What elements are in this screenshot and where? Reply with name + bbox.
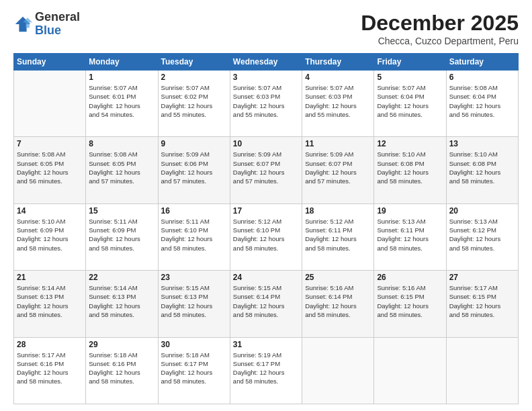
table-row: 30Sunrise: 5:18 AM Sunset: 6:17 PM Dayli…	[158, 337, 230, 404]
day-info: Sunrise: 5:16 AM Sunset: 6:14 PM Dayligh…	[305, 283, 371, 319]
table-row: 14Sunrise: 5:10 AM Sunset: 6:09 PM Dayli…	[14, 203, 86, 270]
col-header-saturday: Saturday	[446, 54, 518, 71]
table-row: 2Sunrise: 5:07 AM Sunset: 6:02 PM Daylig…	[158, 71, 230, 137]
day-info: Sunrise: 5:17 AM Sunset: 6:16 PM Dayligh…	[17, 351, 83, 386]
day-number: 12	[377, 139, 443, 148]
calendar-header-row: SundayMondayTuesdayWednesdayThursdayFrid…	[14, 54, 519, 71]
day-info: Sunrise: 5:15 AM Sunset: 6:13 PM Dayligh…	[161, 283, 227, 319]
table-row: 16Sunrise: 5:11 AM Sunset: 6:10 PM Dayli…	[158, 203, 230, 270]
col-header-thursday: Thursday	[302, 54, 374, 71]
table-row: 28Sunrise: 5:17 AM Sunset: 6:16 PM Dayli…	[14, 337, 86, 404]
day-number: 13	[449, 139, 515, 148]
table-row	[374, 337, 446, 404]
col-header-sunday: Sunday	[14, 54, 86, 71]
day-number: 11	[305, 139, 371, 148]
day-info: Sunrise: 5:17 AM Sunset: 6:15 PM Dayligh…	[449, 283, 515, 319]
day-number: 17	[233, 206, 299, 216]
day-info: Sunrise: 5:13 AM Sunset: 6:11 PM Dayligh…	[377, 217, 443, 253]
table-row: 6Sunrise: 5:08 AM Sunset: 6:04 PM Daylig…	[446, 71, 518, 137]
day-info: Sunrise: 5:09 AM Sunset: 6:07 PM Dayligh…	[305, 150, 371, 185]
table-row: 3Sunrise: 5:07 AM Sunset: 6:03 PM Daylig…	[230, 71, 302, 137]
subtitle: Checca, Cuzco Department, Peru	[361, 36, 519, 46]
day-number: 22	[89, 273, 154, 282]
day-info: Sunrise: 5:08 AM Sunset: 6:05 PM Dayligh…	[17, 150, 83, 185]
day-info: Sunrise: 5:16 AM Sunset: 6:15 PM Dayligh…	[377, 283, 443, 319]
day-info: Sunrise: 5:10 AM Sunset: 6:09 PM Dayligh…	[17, 217, 83, 253]
day-number: 5	[377, 73, 443, 82]
calendar-table: SundayMondayTuesdayWednesdayThursdayFrid…	[13, 53, 519, 404]
day-info: Sunrise: 5:18 AM Sunset: 6:16 PM Dayligh…	[89, 351, 154, 386]
table-row: 8Sunrise: 5:08 AM Sunset: 6:05 PM Daylig…	[86, 137, 158, 203]
table-row: 31Sunrise: 5:19 AM Sunset: 6:17 PM Dayli…	[230, 337, 302, 404]
day-info: Sunrise: 5:11 AM Sunset: 6:10 PM Dayligh…	[161, 217, 227, 253]
day-info: Sunrise: 5:07 AM Sunset: 6:01 PM Dayligh…	[89, 83, 154, 119]
day-info: Sunrise: 5:07 AM Sunset: 6:04 PM Dayligh…	[377, 83, 443, 119]
table-row	[14, 71, 86, 137]
logo-text: General Blue	[35, 11, 80, 38]
day-number: 18	[305, 206, 371, 216]
day-info: Sunrise: 5:15 AM Sunset: 6:14 PM Dayligh…	[233, 283, 299, 319]
day-number: 30	[161, 340, 227, 349]
day-info: Sunrise: 5:14 AM Sunset: 6:13 PM Dayligh…	[17, 283, 83, 319]
day-number: 8	[89, 139, 154, 148]
day-number: 26	[377, 273, 443, 282]
day-info: Sunrise: 5:13 AM Sunset: 6:12 PM Dayligh…	[449, 217, 515, 253]
day-number: 20	[449, 206, 515, 216]
day-info: Sunrise: 5:08 AM Sunset: 6:05 PM Dayligh…	[89, 150, 154, 185]
day-info: Sunrise: 5:07 AM Sunset: 6:03 PM Dayligh…	[233, 83, 299, 119]
day-info: Sunrise: 5:10 AM Sunset: 6:08 PM Dayligh…	[449, 150, 515, 185]
day-number: 29	[89, 340, 154, 349]
table-row: 15Sunrise: 5:11 AM Sunset: 6:09 PM Dayli…	[86, 203, 158, 270]
day-number: 6	[449, 73, 515, 82]
day-number: 21	[17, 273, 83, 282]
logo-general-text: General	[35, 11, 80, 24]
day-info: Sunrise: 5:07 AM Sunset: 6:02 PM Dayligh…	[161, 83, 227, 119]
day-info: Sunrise: 5:14 AM Sunset: 6:13 PM Dayligh…	[89, 283, 154, 319]
table-row: 7Sunrise: 5:08 AM Sunset: 6:05 PM Daylig…	[14, 137, 86, 203]
table-row: 27Sunrise: 5:17 AM Sunset: 6:15 PM Dayli…	[446, 271, 518, 337]
day-number: 27	[449, 273, 515, 282]
day-number: 25	[305, 273, 371, 282]
table-row: 4Sunrise: 5:07 AM Sunset: 6:03 PM Daylig…	[302, 71, 374, 137]
day-info: Sunrise: 5:07 AM Sunset: 6:03 PM Dayligh…	[305, 83, 371, 119]
table-row: 5Sunrise: 5:07 AM Sunset: 6:04 PM Daylig…	[374, 71, 446, 137]
table-row: 17Sunrise: 5:12 AM Sunset: 6:10 PM Dayli…	[230, 203, 302, 270]
col-header-friday: Friday	[374, 54, 446, 71]
calendar-week-row: 21Sunrise: 5:14 AM Sunset: 6:13 PM Dayli…	[14, 271, 519, 337]
calendar-week-row: 1Sunrise: 5:07 AM Sunset: 6:01 PM Daylig…	[14, 71, 519, 137]
day-number: 3	[233, 73, 299, 82]
col-header-wednesday: Wednesday	[230, 54, 302, 71]
table-row: 18Sunrise: 5:12 AM Sunset: 6:11 PM Dayli…	[302, 203, 374, 270]
table-row: 13Sunrise: 5:10 AM Sunset: 6:08 PM Dayli…	[446, 137, 518, 203]
day-number: 9	[161, 139, 227, 148]
day-number: 24	[233, 273, 299, 282]
table-row	[446, 337, 518, 404]
day-info: Sunrise: 5:11 AM Sunset: 6:09 PM Dayligh…	[89, 217, 154, 253]
day-number: 7	[17, 139, 83, 148]
calendar-week-row: 28Sunrise: 5:17 AM Sunset: 6:16 PM Dayli…	[14, 337, 519, 404]
table-row: 24Sunrise: 5:15 AM Sunset: 6:14 PM Dayli…	[230, 271, 302, 337]
day-info: Sunrise: 5:12 AM Sunset: 6:10 PM Dayligh…	[233, 217, 299, 253]
table-row: 10Sunrise: 5:09 AM Sunset: 6:07 PM Dayli…	[230, 137, 302, 203]
table-row: 23Sunrise: 5:15 AM Sunset: 6:13 PM Dayli…	[158, 271, 230, 337]
day-number: 28	[17, 340, 83, 349]
header: General Blue December 2025 Checca, Cuzco…	[13, 11, 519, 46]
table-row: 9Sunrise: 5:09 AM Sunset: 6:06 PM Daylig…	[158, 137, 230, 203]
day-info: Sunrise: 5:09 AM Sunset: 6:07 PM Dayligh…	[233, 150, 299, 185]
calendar-week-row: 7Sunrise: 5:08 AM Sunset: 6:05 PM Daylig…	[14, 137, 519, 203]
table-row: 19Sunrise: 5:13 AM Sunset: 6:11 PM Dayli…	[374, 203, 446, 270]
page: General Blue December 2025 Checca, Cuzco…	[0, 0, 532, 411]
day-number: 1	[89, 73, 154, 82]
day-number: 14	[17, 206, 83, 216]
col-header-monday: Monday	[86, 54, 158, 71]
table-row	[302, 337, 374, 404]
table-row: 20Sunrise: 5:13 AM Sunset: 6:12 PM Dayli…	[446, 203, 518, 270]
day-info: Sunrise: 5:18 AM Sunset: 6:17 PM Dayligh…	[161, 351, 227, 386]
table-row: 1Sunrise: 5:07 AM Sunset: 6:01 PM Daylig…	[86, 71, 158, 137]
day-info: Sunrise: 5:19 AM Sunset: 6:17 PM Dayligh…	[233, 351, 299, 386]
table-row: 29Sunrise: 5:18 AM Sunset: 6:16 PM Dayli…	[86, 337, 158, 404]
title-block: December 2025 Checca, Cuzco Department, …	[361, 11, 519, 46]
table-row: 26Sunrise: 5:16 AM Sunset: 6:15 PM Dayli…	[374, 271, 446, 337]
day-number: 19	[377, 206, 443, 216]
day-info: Sunrise: 5:12 AM Sunset: 6:11 PM Dayligh…	[305, 217, 371, 253]
